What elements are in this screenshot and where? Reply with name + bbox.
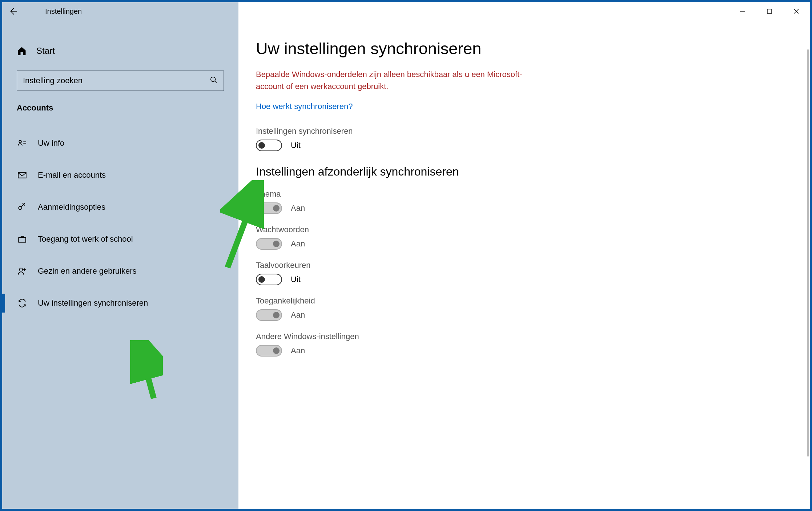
- warning-text: Bepaalde Windows-onderdelen zijn alleen …: [256, 68, 543, 92]
- svg-line-5: [215, 81, 217, 83]
- sub-row-other: Aan: [256, 345, 788, 357]
- svg-point-10: [19, 206, 22, 210]
- person-card-icon: [17, 138, 28, 148]
- svg-point-6: [19, 140, 21, 143]
- sidebar-item-email-accounts[interactable]: E-mail en accounts: [2, 159, 238, 191]
- sub-state-theme: Aan: [291, 204, 305, 213]
- sub-row-language: Uit: [256, 274, 788, 285]
- sub-row-passwords: Aan: [256, 238, 788, 250]
- sub-toggle-language[interactable]: [256, 274, 282, 285]
- sub-row-accessibility: Aan: [256, 309, 788, 321]
- svg-rect-9: [18, 172, 26, 178]
- master-toggle-label: Instellingen synchroniseren: [256, 126, 788, 136]
- sub-label-other: Andere Windows-instellingen: [256, 332, 788, 341]
- home-icon: [17, 46, 27, 56]
- sub-label-accessibility: Toegankelijkheid: [256, 296, 788, 306]
- svg-rect-1: [767, 9, 772, 13]
- sub-state-language: Uit: [291, 275, 301, 284]
- svg-rect-11: [19, 238, 26, 242]
- home-button[interactable]: Start: [2, 38, 238, 64]
- sub-heading: Instellingen afzonderlijk synchroniseren: [256, 165, 788, 178]
- sub-state-passwords: Aan: [291, 239, 305, 249]
- sidebar-item-label: Uw instellingen synchroniseren: [38, 298, 148, 308]
- category-label: Accounts: [2, 100, 238, 120]
- window-controls: [729, 2, 810, 20]
- master-toggle-state: Uit: [291, 141, 301, 150]
- sidebar-item-label: Gezin en andere gebruikers: [38, 266, 137, 276]
- sidebar-item-label: Uw info: [38, 138, 64, 148]
- sidebar-item-label: Aanmeldingsopties: [38, 202, 105, 212]
- help-link[interactable]: Hoe werkt synchroniseren?: [256, 102, 353, 111]
- main-content: Uw instellingen synchroniseren Bepaalde …: [238, 20, 810, 509]
- search-icon: [210, 76, 218, 86]
- svg-point-12: [19, 268, 23, 271]
- sub-toggle-group: Thema Aan Wachtwoorden Aan Taalvoorkeure…: [256, 189, 788, 357]
- search-wrap: [17, 71, 224, 91]
- sidebar-item-label: Toegang tot werk of school: [38, 234, 133, 244]
- nav: Uw info E-mail en accounts Aanmeldingsop…: [2, 127, 238, 319]
- sub-label-language: Taalvoorkeuren: [256, 261, 788, 270]
- home-label: Start: [36, 46, 55, 56]
- sidebar-item-label: E-mail en accounts: [38, 170, 106, 180]
- master-toggle-row: Uit: [256, 140, 788, 151]
- sidebar-item-family[interactable]: Gezin en andere gebruikers: [2, 255, 238, 287]
- sidebar-item-signin-options[interactable]: Aanmeldingsopties: [2, 191, 238, 223]
- app-title: Instellingen: [45, 7, 82, 16]
- sub-toggle-other[interactable]: [256, 345, 282, 357]
- back-button[interactable]: [2, 2, 24, 20]
- scrollbar[interactable]: [807, 49, 809, 456]
- close-button[interactable]: [783, 2, 810, 20]
- briefcase-icon: [17, 234, 28, 244]
- sub-label-theme: Thema: [256, 189, 788, 199]
- body: Start Accounts Uw info: [2, 20, 810, 509]
- sub-toggle-passwords[interactable]: [256, 238, 282, 250]
- search-box[interactable]: [17, 71, 224, 91]
- sub-label-passwords: Wachtwoorden: [256, 225, 788, 234]
- sub-row-theme: Aan: [256, 202, 788, 214]
- maximize-button[interactable]: [756, 2, 783, 20]
- master-toggle[interactable]: [256, 140, 282, 151]
- svg-point-4: [211, 77, 216, 81]
- page-heading: Uw instellingen synchroniseren: [256, 39, 788, 58]
- sidebar-item-sync-settings[interactable]: Uw instellingen synchroniseren: [2, 287, 238, 319]
- sub-state-accessibility: Aan: [291, 310, 305, 320]
- sidebar-item-work-school[interactable]: Toegang tot werk of school: [2, 223, 238, 255]
- mail-icon: [17, 170, 28, 180]
- titlebar: Instellingen: [2, 2, 810, 20]
- sub-toggle-theme[interactable]: [256, 202, 282, 214]
- sidebar-item-your-info[interactable]: Uw info: [2, 127, 238, 159]
- sub-state-other: Aan: [291, 346, 305, 355]
- people-add-icon: [17, 266, 28, 276]
- settings-window: Instellingen Start: [2, 2, 810, 509]
- search-input[interactable]: [23, 76, 210, 85]
- minimize-button[interactable]: [729, 2, 756, 20]
- key-icon: [17, 202, 28, 212]
- sidebar: Start Accounts Uw info: [2, 20, 238, 509]
- sync-icon: [17, 298, 28, 308]
- sub-toggle-accessibility[interactable]: [256, 309, 282, 321]
